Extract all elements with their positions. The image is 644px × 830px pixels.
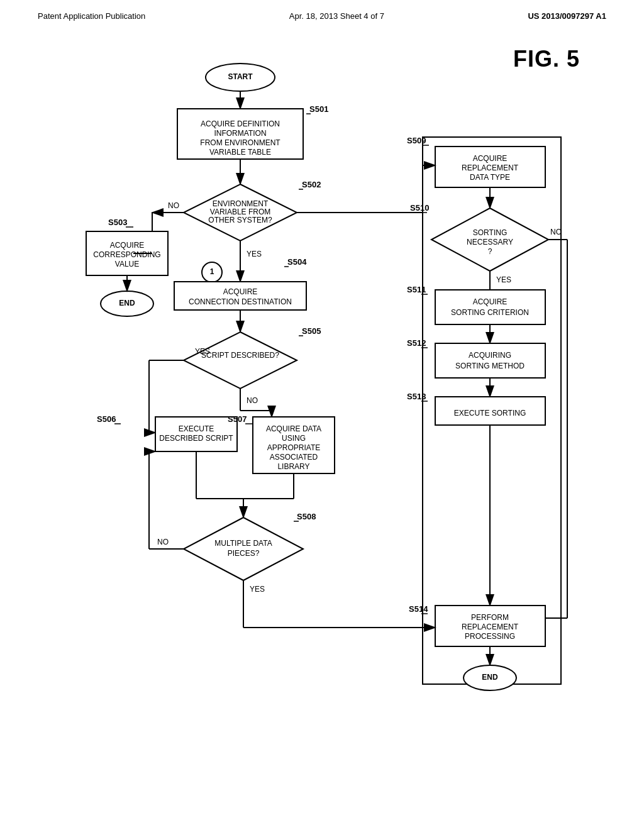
s512-text1: ACQUIRING [469, 351, 511, 360]
s510-text1: SORTING [473, 228, 507, 237]
flowchart-svg: START ACQUIRE DEFINITION INFORMATION FRO… [52, 40, 592, 782]
circle1-label: 1 [210, 267, 214, 276]
s508-text2: PIECES? [228, 549, 260, 558]
s502-text2: VARIABLE FROM [210, 208, 270, 216]
s513-text1: EXECUTE SORTING [454, 409, 526, 418]
s509-text1: ACQUIRE [473, 154, 508, 163]
s508-yes-label: YES [250, 585, 265, 594]
s511-text1: ACQUIRE [473, 297, 508, 306]
s510-text2: NECESSARY [467, 238, 513, 246]
s502-text3: OTHER SYSTEM? [208, 216, 272, 224]
s506-text1: EXECUTE [179, 424, 214, 433]
s503-text1: ACQUIRE [110, 241, 145, 250]
s508-text1: MULTIPLE DATA [214, 539, 272, 548]
s510-text3: ? [488, 247, 492, 256]
start-label: START [228, 72, 253, 81]
header-left: Patent Application Publication [38, 11, 145, 21]
s507-text4: ASSOCIATED [270, 453, 318, 462]
s507-text3: APPROPRIATE [267, 443, 320, 452]
s503-label: S503 [108, 218, 127, 227]
end1-label: END [119, 299, 135, 307]
s511-label: S511 [407, 285, 426, 294]
s511-box [435, 290, 545, 324]
s503-text2: CORRESPONDING [93, 250, 160, 259]
s507-text2: USING [282, 434, 306, 443]
header: Patent Application Publication Apr. 18, … [0, 0, 644, 27]
s509-text2: REPLACEMENT [462, 163, 519, 172]
s509-text3: DATA TYPE [470, 173, 510, 182]
s501-text2: INFORMATION [214, 129, 266, 138]
s505-diamond [184, 332, 297, 389]
s508-no-label: NO [157, 538, 169, 546]
s502-label: S502 [302, 180, 321, 189]
s504-label: S504 [287, 257, 307, 267]
s504-text1: ACQUIRE [223, 287, 258, 296]
s505-label: S505 [302, 326, 321, 336]
end2-label: END [482, 673, 498, 682]
page: Patent Application Publication Apr. 18, … [0, 0, 644, 830]
s509-label: S509 [407, 136, 426, 145]
s501-text4: VARIABLE TABLE [209, 148, 271, 157]
s505-text1: SCRIPT DESCRIBED? [201, 351, 279, 360]
s510-label: S510 [410, 203, 429, 213]
s508-label: S508 [297, 512, 316, 521]
header-right: US 2013/0097297 A1 [528, 11, 606, 21]
s512-box [435, 343, 545, 378]
s504-text2: CONNECTION DESTINATION [189, 297, 292, 306]
diagram-container: FIG. 5 START ACQUIRE DEFINITION INFORMAT… [52, 40, 592, 782]
s514-text2: REPLACEMENT [462, 622, 519, 631]
s507-text1: ACQUIRE DATA [266, 424, 321, 433]
s514-text3: PROCESSING [465, 632, 515, 641]
s505-yes-label: YES [195, 347, 210, 356]
s501-label: S501 [309, 104, 328, 114]
s507-text5: LIBRARY [277, 462, 309, 471]
s503-text3: VALUE [115, 260, 139, 268]
s502-text1: ENVIRONMENT [213, 199, 269, 208]
s502-yes-label: YES [247, 250, 262, 258]
s512-text2: SORTING METHOD [455, 362, 525, 370]
s505-no-label: NO [247, 396, 258, 405]
s510-no-label: NO [550, 228, 562, 236]
s502-no-label: NO [168, 201, 179, 210]
s510-yes-label: YES [496, 275, 511, 284]
s506-text2: DESCRIBED SCRIPT [159, 434, 233, 443]
s514-text1: PERFORM [471, 613, 509, 622]
s512-label: S512 [407, 338, 426, 348]
s507-label: S507 [228, 414, 247, 424]
s506-label: S506 [97, 414, 116, 424]
s513-label: S513 [407, 392, 426, 401]
s501-text: ACQUIRE DEFINITION [201, 119, 280, 128]
s501-text3: FROM ENVIRONMENT [200, 138, 280, 147]
header-center: Apr. 18, 2013 Sheet 4 of 7 [289, 11, 384, 21]
s511-text2: SORTING CRITERION [451, 308, 529, 317]
s514-label: S514 [409, 604, 428, 614]
